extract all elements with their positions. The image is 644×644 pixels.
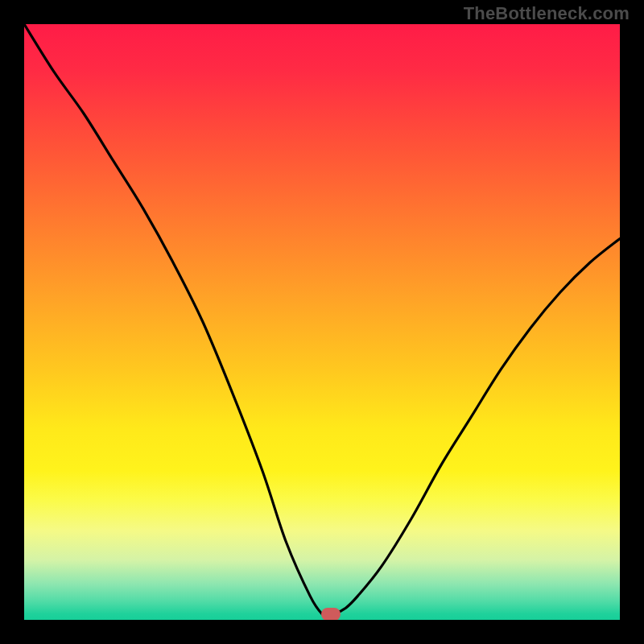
optimal-point-marker <box>321 608 341 620</box>
watermark-text: TheBottleneck.com <box>464 3 630 24</box>
plot-area <box>24 24 620 620</box>
bottleneck-curve <box>24 24 620 620</box>
chart-frame: TheBottleneck.com <box>0 0 644 644</box>
